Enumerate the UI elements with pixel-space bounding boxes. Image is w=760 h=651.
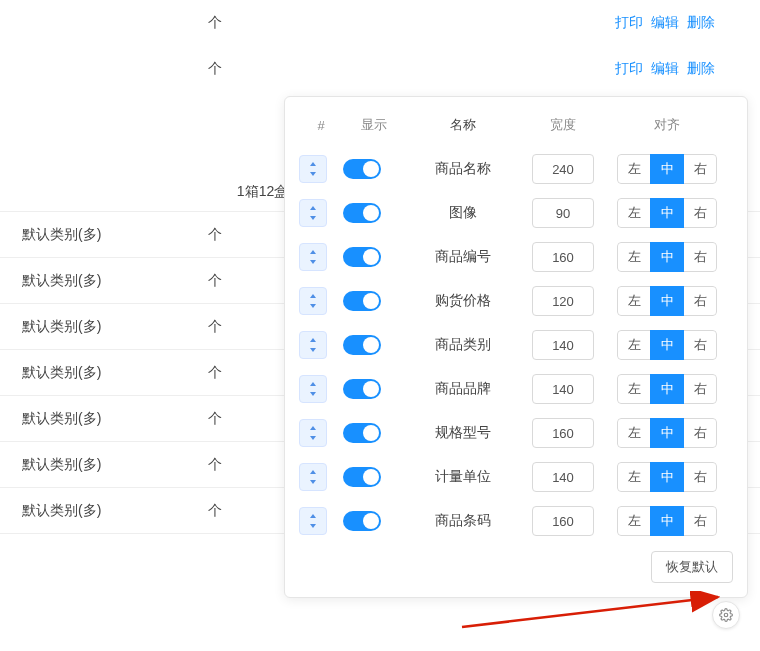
- width-input[interactable]: [532, 242, 594, 272]
- width-input[interactable]: [532, 198, 594, 228]
- visibility-toggle[interactable]: [343, 203, 381, 223]
- visibility-toggle[interactable]: [343, 159, 381, 179]
- width-input[interactable]: [532, 462, 594, 492]
- align-left-button[interactable]: 左: [617, 462, 651, 492]
- unit-cell: 个: [150, 318, 280, 336]
- svg-point-0: [724, 613, 728, 617]
- reset-default-button[interactable]: 恢复默认: [651, 551, 733, 583]
- align-center-button[interactable]: 中: [650, 286, 684, 316]
- align-right-button[interactable]: 右: [683, 198, 717, 228]
- category-cell: 默认类别(多): [0, 456, 150, 474]
- drag-handle-icon[interactable]: [299, 375, 327, 403]
- width-input[interactable]: [532, 286, 594, 316]
- column-name: 规格型号: [405, 424, 521, 442]
- align-left-button[interactable]: 左: [617, 330, 651, 360]
- align-center-button[interactable]: 中: [650, 462, 684, 492]
- align-left-button[interactable]: 左: [617, 242, 651, 272]
- column-config-row: 购货价格左中右: [299, 279, 733, 323]
- print-link[interactable]: 打印: [615, 60, 643, 78]
- align-right-button[interactable]: 右: [683, 286, 717, 316]
- unit-cell: 个: [150, 60, 280, 78]
- unit-cell: 个: [150, 364, 280, 382]
- print-link[interactable]: 打印: [615, 14, 643, 32]
- visibility-toggle[interactable]: [343, 247, 381, 267]
- align-center-button[interactable]: 中: [650, 418, 684, 448]
- column-name: 图像: [405, 204, 521, 222]
- align-left-button[interactable]: 左: [617, 286, 651, 316]
- drag-handle-icon[interactable]: [299, 331, 327, 359]
- align-center-button[interactable]: 中: [650, 330, 684, 360]
- header-drag: #: [299, 118, 343, 133]
- column-config-row: 商品条码左中右: [299, 499, 733, 543]
- visibility-toggle[interactable]: [343, 379, 381, 399]
- column-name: 商品名称: [405, 160, 521, 178]
- svg-line-1: [462, 597, 718, 627]
- column-config-row: 商品品牌左中右: [299, 367, 733, 411]
- align-center-button[interactable]: 中: [650, 374, 684, 404]
- align-right-button[interactable]: 右: [683, 418, 717, 448]
- column-name: 商品类别: [405, 336, 521, 354]
- header-align: 对齐: [605, 116, 729, 134]
- align-center-button[interactable]: 中: [650, 198, 684, 228]
- align-center-button[interactable]: 中: [650, 154, 684, 184]
- align-right-button[interactable]: 右: [683, 374, 717, 404]
- category-cell: 默认类别(多): [0, 272, 150, 290]
- align-left-button[interactable]: 左: [617, 154, 651, 184]
- row-actions: 打印 编辑 删除: [615, 14, 715, 32]
- row-actions: 打印 编辑 删除: [615, 60, 715, 78]
- delete-link[interactable]: 删除: [687, 14, 715, 32]
- column-config-row: 规格型号左中右: [299, 411, 733, 455]
- drag-handle-icon[interactable]: [299, 155, 327, 183]
- header-show: 显示: [343, 116, 405, 134]
- drag-handle-icon[interactable]: [299, 243, 327, 271]
- column-name: 商品编号: [405, 248, 521, 266]
- align-right-button[interactable]: 右: [683, 242, 717, 272]
- unit-cell: 个: [150, 410, 280, 428]
- category-cell: 默认类别(多): [0, 364, 150, 382]
- visibility-toggle[interactable]: [343, 423, 381, 443]
- column-name: 商品品牌: [405, 380, 521, 398]
- drag-handle-icon[interactable]: [299, 199, 327, 227]
- width-input[interactable]: [532, 506, 594, 536]
- align-right-button[interactable]: 右: [683, 506, 717, 536]
- edit-link[interactable]: 编辑: [651, 60, 679, 78]
- delete-link[interactable]: 删除: [687, 60, 715, 78]
- visibility-toggle[interactable]: [343, 291, 381, 311]
- width-input[interactable]: [532, 374, 594, 404]
- width-input[interactable]: [532, 418, 594, 448]
- visibility-toggle[interactable]: [343, 467, 381, 487]
- align-left-button[interactable]: 左: [617, 418, 651, 448]
- align-left-button[interactable]: 左: [617, 198, 651, 228]
- drag-handle-icon[interactable]: [299, 287, 327, 315]
- align-center-button[interactable]: 中: [650, 506, 684, 536]
- category-cell: 默认类别(多): [0, 226, 150, 244]
- width-input[interactable]: [532, 330, 594, 360]
- column-config-row: 商品类别左中右: [299, 323, 733, 367]
- header-width: 宽度: [521, 116, 605, 134]
- visibility-toggle[interactable]: [343, 511, 381, 531]
- unit-cell: 个: [150, 226, 280, 244]
- visibility-toggle[interactable]: [343, 335, 381, 355]
- column-name: 购货价格: [405, 292, 521, 310]
- drag-handle-icon[interactable]: [299, 419, 327, 447]
- align-left-button[interactable]: 左: [617, 506, 651, 536]
- align-center-button[interactable]: 中: [650, 242, 684, 272]
- unit-cell: 个: [150, 14, 280, 32]
- header-name: 名称: [405, 116, 521, 134]
- align-right-button[interactable]: 右: [683, 462, 717, 492]
- edit-link[interactable]: 编辑: [651, 14, 679, 32]
- unit-cell: 个: [150, 456, 280, 474]
- width-input[interactable]: [532, 154, 594, 184]
- category-cell: 默认类别(多): [0, 318, 150, 336]
- column-config-row: 图像左中右: [299, 191, 733, 235]
- drag-handle-icon[interactable]: [299, 507, 327, 535]
- unit-cell: 个: [150, 272, 280, 290]
- align-right-button[interactable]: 右: [683, 330, 717, 360]
- column-config-row: 计量单位左中右: [299, 455, 733, 499]
- gear-icon[interactable]: [712, 601, 740, 629]
- align-left-button[interactable]: 左: [617, 374, 651, 404]
- drag-handle-icon[interactable]: [299, 463, 327, 491]
- align-right-button[interactable]: 右: [683, 154, 717, 184]
- column-name: 计量单位: [405, 468, 521, 486]
- category-cell: 默认类别(多): [0, 502, 150, 520]
